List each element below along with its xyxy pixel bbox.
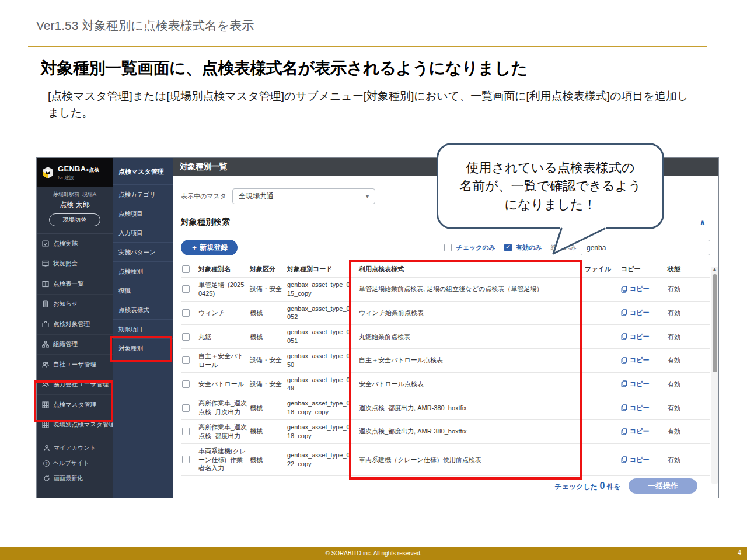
sub-sidebar: 点検マスタ管理 点検カテゴリ 点検項目 入力項目 実施パターン 点検種別 役職 …	[113, 158, 173, 498]
sidebar-item-my-account[interactable]: マイアカウント	[37, 440, 113, 456]
check-only-checkbox[interactable]	[444, 244, 452, 251]
subnav-item-tenken-shubetsu[interactable]: 点検種別	[113, 262, 173, 281]
status-badge: 有効	[668, 401, 700, 415]
sidebar-item-screen-refresh[interactable]: 画面最新化	[37, 471, 113, 486]
callout-line: 名前が、一覧で確認できるよう	[459, 177, 641, 195]
bulk-action-button[interactable]: 一括操作	[629, 478, 697, 494]
callout-tail	[536, 228, 607, 256]
status-badge: 有効	[668, 424, 700, 439]
master-select[interactable]: 全現場共通 ▾	[232, 188, 375, 204]
row-checkbox[interactable]	[182, 285, 190, 293]
master-select-label: 表示中のマスタ	[181, 192, 226, 201]
user-icon	[43, 444, 50, 452]
copy-button[interactable]: コピー	[621, 306, 668, 320]
briefcase-icon	[42, 321, 49, 328]
gold-divider	[28, 46, 707, 47]
sidebar-item-tenken-jisshi[interactable]: 点検実施	[37, 234, 113, 254]
subnav-item-tenken-category[interactable]: 点検カテゴリ	[113, 185, 173, 204]
copy-icon	[621, 404, 627, 411]
copy-icon	[621, 309, 627, 316]
annotation-box-sidebar-masters	[34, 380, 113, 422]
chevron-down-icon: ▾	[366, 193, 369, 200]
subnav-item-yakushoku[interactable]: 役職	[113, 281, 173, 300]
help-icon: ?	[43, 460, 50, 467]
slide-kicker: Ver1.53 対象種別に点検表様式名を表示	[36, 18, 254, 34]
copy-icon	[621, 428, 627, 435]
status-badge: 有効	[668, 330, 700, 344]
scroll-up-icon[interactable]: ▲	[711, 267, 718, 272]
sidebar-item-jisha-user-kanri[interactable]: 自社ユーザ管理	[37, 355, 113, 375]
refresh-icon	[43, 475, 50, 482]
row-checkbox[interactable]	[182, 309, 190, 317]
copy-button[interactable]: コピー	[621, 424, 668, 439]
copy-icon	[621, 357, 627, 364]
search-section-title: 対象種別検索	[181, 217, 230, 228]
site-switch-button[interactable]: 現場切替	[49, 214, 100, 226]
org-chart-icon	[42, 341, 49, 348]
status-badge: 有効	[668, 306, 700, 320]
subnav-item-tenkenhyou-youshiki[interactable]: 点検表様式	[113, 300, 173, 320]
subnav-item-nyuuryoku-koumoku[interactable]: 入力項目	[113, 223, 173, 243]
scrollbar-thumb[interactable]	[713, 274, 717, 372]
sidebar-item-oshirase[interactable]: お知らせ	[37, 295, 113, 315]
check-square-icon	[42, 240, 49, 247]
sidebar-item-tenken-taishou-kanri[interactable]: 点検対象管理	[37, 314, 113, 335]
logo-product: x点検	[86, 167, 99, 173]
new-register-button[interactable]: ＋ 新規登録	[181, 240, 238, 256]
copy-button[interactable]: コピー	[621, 330, 668, 344]
document-icon	[42, 300, 49, 307]
status-badge: 有効	[668, 353, 700, 368]
copy-button[interactable]: コピー	[621, 282, 668, 296]
callout-bubble: 使用されている点検表様式の 名前が、一覧で確認できるよう になりました！	[437, 143, 664, 229]
status-badge: 有効	[668, 377, 700, 391]
main-sidebar: GENBAx点検 for 建設 茅場町駅前_現場A 点検 太郎 現場切替 点検実…	[37, 158, 113, 498]
copy-icon	[621, 286, 627, 293]
subnav-title: 点検マスタ管理	[113, 158, 173, 185]
sidebar-item-help-site[interactable]: ?ヘルプサイト	[37, 456, 113, 471]
table-icon	[42, 281, 49, 288]
sidebar-item-tenkenhyou-ichiran[interactable]: 点検表一覧	[37, 274, 113, 295]
copy-button[interactable]: コピー	[621, 353, 668, 368]
row-checkbox[interactable]	[182, 356, 190, 364]
logo-brand: GENBA	[58, 164, 86, 173]
grid-icon	[42, 421, 49, 428]
status-badge: 有効	[668, 282, 700, 296]
callout-line: 使用されている点検表様式の	[466, 159, 634, 177]
select-all-checkbox[interactable]	[182, 265, 190, 273]
status-badge: 有効	[668, 453, 700, 467]
status-board-icon	[42, 260, 49, 267]
row-checkbox[interactable]	[182, 380, 190, 388]
row-checkbox[interactable]	[182, 404, 190, 412]
site-name: 茅場町駅前_現場A	[39, 191, 110, 198]
copy-button[interactable]: コピー	[621, 377, 668, 391]
table-scrollbar[interactable]: ▲	[711, 267, 718, 484]
callout-line: になりました！	[504, 195, 596, 214]
user-block: 茅場町駅前_現場A 点検 太郎 現場切替	[37, 187, 113, 233]
annotation-box-target-type	[110, 336, 172, 362]
active-only-checkbox[interactable]	[504, 244, 512, 251]
check-only-label[interactable]: チェックのみ	[456, 243, 495, 252]
sidebar-utility: マイアカウント ?ヘルプサイト 画面最新化	[37, 440, 113, 486]
copy-button[interactable]: コピー	[621, 401, 668, 415]
annotation-box-format-column	[349, 260, 582, 480]
copy-icon	[621, 380, 627, 387]
logo-sub: for 建設	[58, 174, 99, 181]
sidebar-item-soshiki-kanri[interactable]: 組織管理	[37, 335, 113, 355]
copy-icon	[621, 333, 627, 340]
subnav-item-tenken-koumoku[interactable]: 点検項目	[113, 204, 173, 223]
slide-title: 対象種別一覧画面に、点検表様式名が表示されるようになりました	[41, 57, 528, 79]
slide-footer: © SORABITO inc. All rights reserved. 4	[0, 547, 747, 560]
genba-logo-icon	[41, 166, 55, 180]
collapse-chevron-icon[interactable]: ∧	[699, 218, 706, 227]
sidebar-item-joukyou-shoukai[interactable]: 状況照会	[37, 254, 113, 275]
users-icon	[42, 361, 49, 368]
copyright-text: © SORABITO inc. All rights reserved.	[325, 550, 421, 556]
row-checkbox[interactable]	[182, 333, 190, 341]
copy-button[interactable]: コピー	[621, 453, 668, 467]
subnav-item-jisshi-pattern[interactable]: 実施パターン	[113, 243, 173, 262]
row-checkbox[interactable]	[182, 428, 190, 435]
copy-icon	[621, 456, 627, 463]
row-checkbox[interactable]	[182, 456, 190, 463]
slide-description: [点検マスタ管理]または[現場別点検マスタ管理]のサブメニュー[対象種別]におい…	[48, 88, 690, 122]
user-name: 点検 太郎	[39, 200, 110, 210]
